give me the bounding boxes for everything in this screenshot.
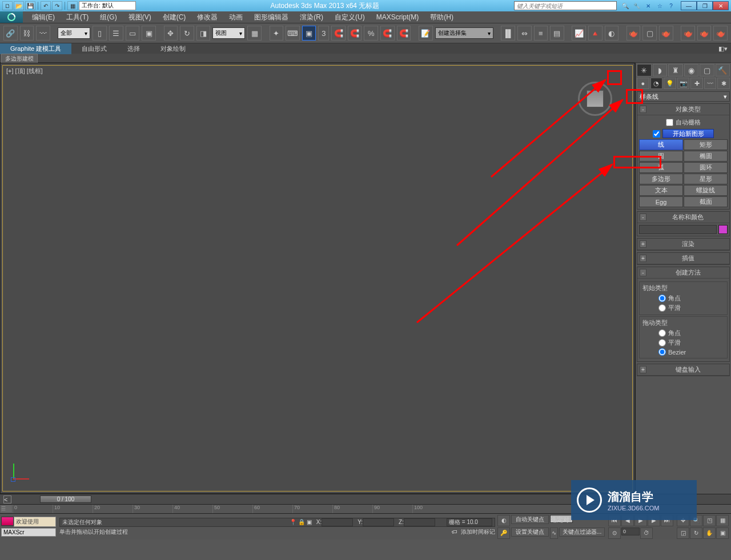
manipulate-icon[interactable]: ✦ xyxy=(270,26,284,41)
time-slider[interactable]: 0 / 100 xyxy=(40,495,91,503)
menu-grapheditors[interactable]: 图形编辑器 xyxy=(248,11,294,23)
drag-smooth-radio[interactable] xyxy=(658,339,666,347)
current-frame-spinner[interactable]: 0 xyxy=(621,527,640,535)
workspace-dropdown[interactable]: 工作台: 默认 xyxy=(79,1,136,10)
menu-views[interactable]: 视图(V) xyxy=(123,11,157,23)
teapot3-icon[interactable]: 🫖 xyxy=(713,26,728,41)
menu-modifiers[interactable]: 修改器 xyxy=(191,11,223,23)
objbtn-arc[interactable]: 弧 xyxy=(639,162,683,173)
objbtn-text[interactable]: 文本 xyxy=(639,185,683,196)
setkey-icon[interactable]: 🔑 xyxy=(497,527,510,539)
layers-icon[interactable]: ≡ xyxy=(534,26,548,41)
angle-snap-icon[interactable]: 3 xyxy=(318,26,329,41)
cp-tab-utilities-icon[interactable]: 🔨 xyxy=(716,64,730,76)
render-prod-icon[interactable]: 🫖 xyxy=(659,26,673,41)
pct-icon[interactable]: % xyxy=(364,26,378,41)
start-new-shape-button[interactable]: 开始新图形 xyxy=(662,129,714,138)
infocenter-help-icon[interactable]: ? xyxy=(666,1,676,10)
autokey-button[interactable]: 自动关键点 xyxy=(511,515,549,524)
abs-rel-icon[interactable]: ▣ xyxy=(307,519,312,525)
rollout-header-render[interactable]: + 渲染 xyxy=(637,239,729,250)
objbtn-egg[interactable]: Egg xyxy=(639,196,683,207)
toggle-trackbar-icon[interactable]: < xyxy=(3,495,11,503)
qat-save-icon[interactable]: 💾 xyxy=(25,1,35,10)
cp-tab-modify-icon[interactable]: ◗ xyxy=(653,64,668,76)
qat-project-icon[interactable]: ▦ xyxy=(67,1,78,10)
selectname-icon[interactable]: ☰ xyxy=(109,26,123,41)
key-mode-toggle-icon[interactable]: ⊙ xyxy=(608,527,621,539)
select-icon[interactable]: ▯ xyxy=(93,26,107,41)
trackbar-config-icon[interactable]: ☰ xyxy=(1,505,12,513)
editnamedsel-icon[interactable]: 📝 xyxy=(419,26,433,41)
category-dropdown[interactable]: 样条线 ▾ xyxy=(637,91,730,102)
nav-zoomext-icon[interactable]: ◲ xyxy=(677,527,689,539)
rendered-frame-icon[interactable]: ▢ xyxy=(642,26,657,41)
cp-tab-motion-icon[interactable]: ◉ xyxy=(684,64,699,76)
objbtn-star[interactable]: 星形 xyxy=(684,174,728,184)
namedselection-dropdown[interactable]: 创建选择集▾ xyxy=(435,27,493,39)
teapot2-icon[interactable]: 🫖 xyxy=(697,26,712,41)
nav-zoomall-icon[interactable]: ▦ xyxy=(716,515,729,526)
add-time-tag-label[interactable]: 添加时间标记 xyxy=(461,528,495,536)
cp-subtab-geometry-icon[interactable]: ● xyxy=(637,78,649,89)
cp-subtab-lights-icon[interactable]: 💡 xyxy=(664,78,676,89)
snap2-icon[interactable]: 🧲 xyxy=(380,26,395,41)
lock-selection-icon[interactable]: 📍 xyxy=(290,519,296,525)
objbtn-circle[interactable]: 圆 xyxy=(639,151,683,162)
teapot1-icon[interactable]: 🫖 xyxy=(681,26,695,41)
rollout-header-object-type[interactable]: - 对象类型 xyxy=(637,104,729,115)
objbtn-section[interactable]: 截面 xyxy=(684,196,728,207)
infocenter-fav-icon[interactable]: ☆ xyxy=(654,1,665,10)
keyfilter-button[interactable]: 关键点过滤器... xyxy=(559,527,605,537)
curve-editor-icon[interactable]: 📈 xyxy=(572,26,586,41)
cp-subtab-shapes-icon[interactable]: ◔ xyxy=(650,78,663,89)
selectlink-icon[interactable]: 🔗 xyxy=(3,26,18,41)
time-tag-icon[interactable]: 🏷 xyxy=(452,529,457,535)
window-minimize-button[interactable]: — xyxy=(681,1,697,10)
material-editor-icon[interactable]: ◐ xyxy=(605,26,619,41)
nav-maxtoggle-icon[interactable]: ▣ xyxy=(716,527,729,539)
qat-new-icon[interactable]: 🗋 xyxy=(2,1,13,10)
help-search-input[interactable] xyxy=(514,1,617,10)
rollout-header-name-color[interactable]: - 名称和颜色 xyxy=(637,212,729,223)
setkey-button[interactable]: 设置关键点 xyxy=(511,527,549,537)
ribbon-tab-selection[interactable]: 选择 xyxy=(117,43,150,54)
menu-help[interactable]: 帮助(H) xyxy=(424,11,459,23)
ribbon-collapse-icon[interactable]: ◧▾ xyxy=(715,44,731,54)
pivot-icon[interactable]: ▦ xyxy=(247,26,262,41)
cp-subtab-helpers-icon[interactable]: ✚ xyxy=(690,78,703,89)
infocenter-key-icon[interactable]: 🔧 xyxy=(632,1,642,10)
time-config-icon[interactable]: ⏱ xyxy=(640,527,653,539)
bindspacewarp-icon[interactable]: 〰 xyxy=(36,26,50,41)
rollout-header-interp[interactable]: + 插值 xyxy=(637,253,729,264)
schematic-view-icon[interactable]: 🔺 xyxy=(588,26,603,41)
objbtn-helix[interactable]: 螺旋线 xyxy=(684,185,728,196)
objbtn-rectangle[interactable]: 矩形 xyxy=(684,139,728,150)
drag-corner-radio[interactable] xyxy=(658,329,666,337)
menu-rendering[interactable]: 渲染(R) xyxy=(294,11,329,23)
render-setup-icon[interactable]: 🫖 xyxy=(626,26,641,41)
ribbon-tab-graphite[interactable]: Graphite 建模工具 xyxy=(0,43,71,54)
selectregion-rect-icon[interactable]: ▭ xyxy=(126,26,140,41)
qat-redo-icon[interactable]: ↷ xyxy=(52,1,62,10)
coord-x-input[interactable] xyxy=(322,518,353,526)
cp-tab-display-icon[interactable]: ▢ xyxy=(700,64,714,76)
keymode-dropdown[interactable]: 选定对 xyxy=(550,515,573,523)
ribbon-tab-freeform[interactable]: 自由形式 xyxy=(71,43,117,54)
nav-pan2-icon[interactable]: ✋ xyxy=(703,527,716,539)
menu-create[interactable]: 创建(C) xyxy=(157,11,192,23)
autogrid-checkbox[interactable] xyxy=(666,119,673,126)
menu-animation[interactable]: 动画 xyxy=(223,11,248,23)
coord-y-input[interactable] xyxy=(363,518,394,526)
isolate-icon[interactable]: ◐ xyxy=(497,515,510,526)
object-color-swatch[interactable] xyxy=(718,225,728,234)
ribbon-tab-paint[interactable]: 对象绘制 xyxy=(150,43,196,54)
refcoord-dropdown[interactable]: 视图▾ xyxy=(212,27,245,39)
app-menu-button[interactable] xyxy=(0,11,23,23)
cp-subtab-spacewarps-icon[interactable]: 〰 xyxy=(704,78,717,89)
spinner-snap-icon[interactable]: 🧲 xyxy=(348,26,362,41)
nav-fov-icon[interactable]: ◳ xyxy=(703,515,716,526)
drag-bezier-radio[interactable] xyxy=(658,348,666,356)
menu-edit[interactable]: 编辑(E) xyxy=(26,11,61,23)
objbtn-donut[interactable]: 圆环 xyxy=(684,162,728,173)
